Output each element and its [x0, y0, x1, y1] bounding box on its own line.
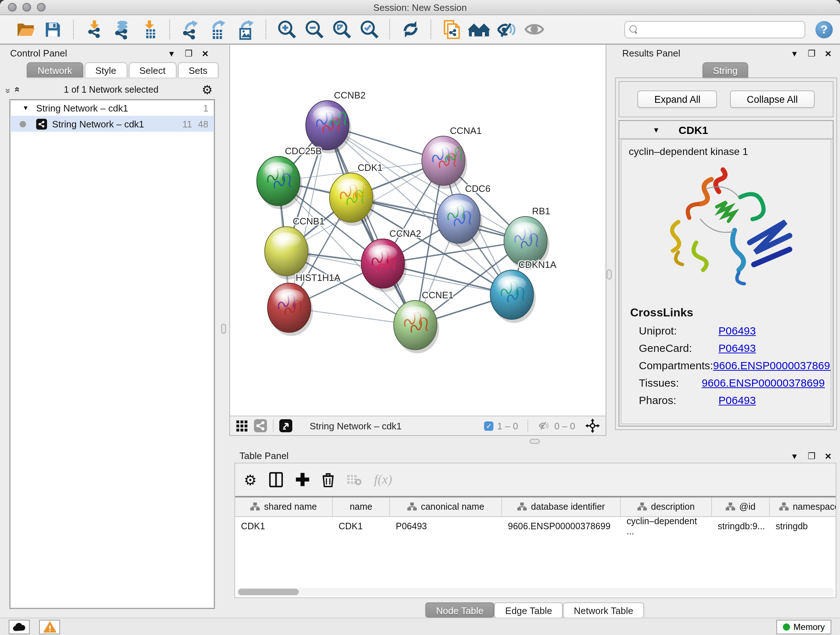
selected-checkbox-icon[interactable]: ✓ — [484, 421, 493, 431]
results-panel-close-icon[interactable]: × — [825, 48, 831, 59]
network-node-CCNB1[interactable]: CCNB1 — [265, 216, 325, 279]
grid-view-icon[interactable] — [236, 420, 248, 432]
right-splitter[interactable] — [606, 45, 612, 436]
open-session-icon[interactable] — [14, 19, 36, 40]
collapse-tree-icon[interactable]: » — [11, 88, 22, 92]
control-panel-close-icon[interactable]: × — [202, 48, 208, 59]
table-cell[interactable]: stringdb:9... — [712, 517, 770, 536]
network-node-CDKN1A[interactable]: CDKN1A — [490, 260, 556, 323]
horizontal-splitter[interactable] — [229, 436, 840, 448]
network-collection-row[interactable]: ▼ String Network – cdk1 1 — [10, 100, 214, 116]
refresh-icon[interactable] — [399, 19, 421, 40]
warning-status-button[interactable] — [39, 619, 60, 634]
network-node-CDK1[interactable]: CDK1 — [330, 163, 383, 226]
splitter-handle[interactable] — [607, 269, 612, 279]
import-table-icon[interactable] — [138, 19, 160, 40]
table-cell[interactable]: P06493 — [390, 517, 502, 536]
search-input[interactable] — [641, 24, 800, 35]
tab-edge-table[interactable]: Edge Table — [494, 602, 563, 618]
crosslink-link[interactable]: P06493 — [718, 394, 756, 406]
toolbar-separator — [527, 419, 528, 432]
control-panel-menu-icon[interactable]: ▼ — [167, 49, 175, 57]
table-panel: Table Panel ▼ ❒ × ⚙ ✚ f(x) share — [229, 448, 840, 602]
crosslink-link[interactable]: 9606.ENSP00000378699 — [702, 377, 825, 389]
column-header-description[interactable]: description — [621, 497, 712, 516]
network-edge[interactable] — [327, 125, 415, 325]
network-node-HIST1H1A[interactable]: HIST1H1A — [268, 272, 341, 336]
column-header-database-identifier[interactable]: database identifier — [502, 497, 621, 516]
table-panel-close-icon[interactable]: × — [825, 450, 831, 461]
zoom-out-icon[interactable] — [303, 19, 325, 40]
control-panel-float-icon[interactable]: ❒ — [185, 48, 193, 58]
cloud-status-button[interactable] — [9, 619, 30, 634]
results-panel-float-icon[interactable]: ❒ — [808, 48, 816, 58]
network-canvas[interactable]: CCNB2CCNA1CDC25BCDK1CDC6RB1CCNB1CCNA2CDK… — [230, 45, 606, 416]
collapse-collection-icon[interactable]: ▼ — [22, 104, 29, 111]
crosslink-link[interactable]: 9606.ENSP00000378699 — [713, 359, 831, 371]
tab-string[interactable]: String — [702, 62, 748, 78]
zoom-in-icon[interactable] — [276, 19, 297, 40]
network-row-selected[interactable]: String Network – cdk1 11 48 — [10, 116, 214, 132]
zoom-selected-icon[interactable] — [358, 19, 380, 40]
table-panel-menu-icon[interactable]: ▼ — [790, 451, 798, 460]
export-table-icon[interactable] — [207, 19, 229, 40]
show-hide-panel-icon[interactable] — [496, 19, 517, 40]
zoom-fit-icon[interactable] — [331, 19, 352, 40]
tab-node-table[interactable]: Node Table — [425, 602, 494, 618]
left-splitter[interactable] — [217, 45, 229, 618]
table-options-gear-icon[interactable]: ⚙ — [244, 472, 257, 487]
tab-network-table[interactable]: Network Table — [563, 602, 644, 618]
column-header-namespace[interactable]: namespace — [770, 497, 836, 516]
help-icon[interactable]: ? — [815, 21, 833, 38]
network-node-CCNA1[interactable]: CCNA1 — [422, 126, 482, 189]
network-share-view-icon[interactable] — [254, 419, 267, 432]
table-cell[interactable]: stringdb — [770, 517, 836, 536]
table-row[interactable]: CDK1CDK1P064939606.ENSP00000378699cyclin… — [235, 517, 836, 536]
protein-structure-image — [627, 162, 825, 296]
save-session-icon[interactable] — [42, 19, 64, 40]
return-to-gallery-icon[interactable] — [468, 19, 490, 40]
memory-button[interactable]: Memory — [776, 619, 831, 634]
table-cell[interactable]: CDK1 — [235, 517, 333, 536]
crosslink-link[interactable]: P06493 — [718, 342, 756, 354]
network-list-options-gear-icon[interactable]: ⚙ — [202, 84, 213, 96]
gene-section-header[interactable]: ▼ CDK1 — [619, 121, 833, 139]
expand-all-button[interactable]: Expand All — [638, 90, 717, 108]
table-horizontal-scrollbar[interactable] — [237, 588, 834, 596]
crosslink-link[interactable]: P06493 — [718, 325, 756, 337]
table-cell[interactable]: cyclin–dependent ... — [621, 517, 712, 536]
birds-eye-crosshair-icon[interactable] — [585, 418, 600, 433]
tab-style[interactable]: Style — [84, 62, 127, 78]
export-network-icon[interactable] — [180, 19, 201, 40]
table-cell[interactable]: 9606.ENSP00000378699 — [502, 517, 621, 536]
table-panel-float-icon[interactable]: ❒ — [808, 451, 816, 461]
column-header--id[interactable]: @id — [712, 497, 770, 516]
table-cell[interactable]: CDK1 — [333, 517, 390, 536]
scrollbar-thumb[interactable] — [238, 589, 299, 595]
collapse-section-icon[interactable]: ▼ — [653, 126, 660, 134]
add-column-icon[interactable]: ✚ — [295, 472, 309, 487]
show-columns-icon[interactable] — [269, 472, 283, 487]
network-label: String Network – cdk1 — [52, 119, 177, 129]
import-network-from-database-icon[interactable] — [111, 19, 133, 40]
import-network-icon[interactable] — [83, 19, 105, 40]
results-panel-menu-icon[interactable]: ▼ — [790, 49, 798, 57]
preview-eye-icon[interactable] — [523, 19, 545, 40]
share-document-icon[interactable] — [441, 19, 462, 40]
collapse-all-button[interactable]: Collapse All — [730, 90, 814, 108]
column-header-name[interactable]: name — [333, 497, 390, 516]
open-in-window-icon[interactable] — [279, 419, 292, 432]
splitter-handle[interactable] — [530, 439, 540, 444]
column-header-canonical-name[interactable]: canonical name — [390, 497, 502, 516]
delete-column-trash-icon[interactable] — [322, 472, 334, 487]
tab-select[interactable]: Select — [128, 62, 176, 78]
network-node-CCNB2[interactable]: CCNB2 — [306, 90, 365, 154]
column-header-shared-name[interactable]: shared name — [235, 497, 333, 516]
toolbar-separator — [169, 19, 170, 39]
tab-network[interactable]: Network — [27, 62, 83, 78]
crosslink-label: Compartments: — [639, 359, 713, 371]
tab-sets[interactable]: Sets — [178, 62, 218, 78]
export-image-icon[interactable] — [234, 19, 256, 40]
splitter-handle[interactable] — [221, 324, 226, 334]
toolbar-search[interactable] — [624, 21, 805, 38]
